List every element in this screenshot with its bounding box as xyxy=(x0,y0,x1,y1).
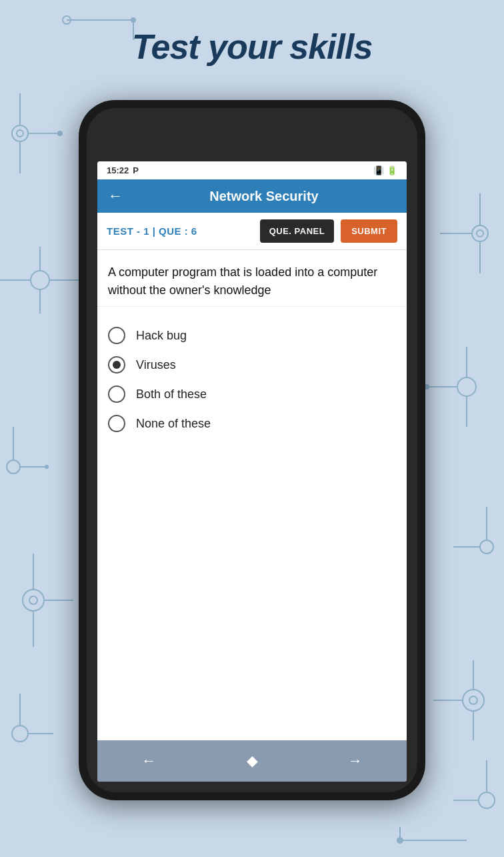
radio-2-dot xyxy=(113,361,121,369)
prev-button[interactable]: ← xyxy=(97,740,201,782)
bottom-nav: ← ◆ → xyxy=(97,740,407,782)
submit-button[interactable]: SUBMIT xyxy=(341,219,397,243)
svg-point-14 xyxy=(45,465,49,469)
app-bar: ← Network Security xyxy=(97,179,407,213)
svg-point-28 xyxy=(457,377,476,396)
svg-point-41 xyxy=(479,792,495,808)
option-2[interactable]: Viruses xyxy=(108,356,396,373)
clear-icon: ◆ xyxy=(247,752,258,770)
status-right: 📳 🔋 xyxy=(373,165,397,175)
test-info: Test - 1 | Que : 6 xyxy=(107,225,253,237)
svg-point-36 xyxy=(463,690,484,711)
svg-point-45 xyxy=(131,17,136,23)
back-button[interactable]: ← xyxy=(108,187,123,205)
status-time: 15:22 xyxy=(107,165,129,175)
svg-point-0 xyxy=(12,125,28,141)
sub-bar: Test - 1 | Que : 6 QUE. PANEL SUBMIT xyxy=(97,213,407,250)
svg-point-37 xyxy=(469,696,477,704)
option-4-label: None of these xyxy=(136,417,211,431)
que-panel-button[interactable]: QUE. PANEL xyxy=(260,219,335,243)
screen: 15:22 P 📳 🔋 ← Network Security Test - 1 … xyxy=(97,161,407,782)
options-area: Hack bug Viruses Both of these xyxy=(97,307,407,740)
svg-point-6 xyxy=(31,271,49,289)
clear-button[interactable]: ◆ xyxy=(201,740,304,782)
option-4[interactable]: None of these xyxy=(108,415,396,432)
battery-icon: 🔋 xyxy=(387,165,397,175)
question-text: A computer program that is loaded into a… xyxy=(97,250,407,307)
option-1-label: Hack bug xyxy=(136,329,187,343)
status-bar: 15:22 P 📳 🔋 xyxy=(97,161,407,179)
page-title: Test your skills xyxy=(0,27,504,67)
carrier-icon: P xyxy=(133,165,139,175)
svg-point-1 xyxy=(17,130,23,137)
option-1[interactable]: Hack bug xyxy=(108,327,396,344)
app-bar-title: Network Security xyxy=(132,189,396,204)
svg-point-16 xyxy=(29,596,37,604)
radio-1[interactable] xyxy=(108,327,125,344)
svg-point-24 xyxy=(477,230,483,237)
prev-icon: ← xyxy=(141,752,156,770)
svg-point-15 xyxy=(23,590,44,611)
option-3-label: Both of these xyxy=(136,387,207,401)
svg-point-20 xyxy=(12,726,28,742)
option-3[interactable]: Both of these xyxy=(108,385,396,403)
option-2-label: Viruses xyxy=(136,358,176,372)
next-button[interactable]: → xyxy=(303,740,407,782)
svg-point-23 xyxy=(472,225,488,241)
phone-frame: 15:22 P 📳 🔋 ← Network Security Test - 1 … xyxy=(79,100,425,800)
radio-2[interactable] xyxy=(108,356,125,373)
svg-point-11 xyxy=(7,460,20,474)
radio-4[interactable] xyxy=(108,415,125,432)
phone-inner: 15:22 P 📳 🔋 ← Network Security Test - 1 … xyxy=(87,108,417,792)
svg-point-33 xyxy=(480,540,493,554)
next-icon: → xyxy=(348,752,363,770)
svg-point-5 xyxy=(57,131,63,136)
svg-point-47 xyxy=(63,16,71,24)
vibrate-icon: 📳 xyxy=(373,165,384,175)
status-left: 15:22 P xyxy=(107,165,139,175)
svg-point-49 xyxy=(397,837,403,844)
radio-3[interactable] xyxy=(108,385,125,403)
